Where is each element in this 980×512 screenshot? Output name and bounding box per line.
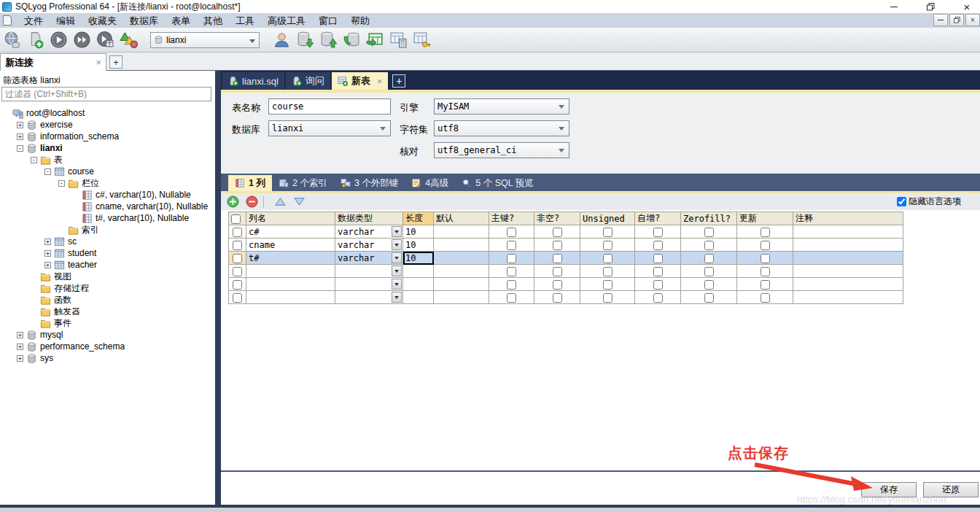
cell-default[interactable] — [434, 278, 489, 291]
hide-language-options-checkbox[interactable] — [897, 197, 906, 206]
flag-checkbox[interactable] — [553, 228, 562, 237]
import-external-data-icon[interactable] — [365, 30, 385, 50]
cell-comment[interactable] — [793, 278, 903, 291]
move-column-up-button[interactable] — [273, 195, 287, 209]
restore-database-icon[interactable] — [318, 30, 338, 50]
flag-checkbox[interactable] — [603, 228, 612, 237]
flag-checkbox[interactable] — [553, 254, 562, 263]
execute-query-icon[interactable] — [48, 30, 69, 50]
expand-icon[interactable]: + — [17, 122, 23, 128]
subtab-2[interactable]: 3 个外部键 — [334, 175, 405, 191]
tree-item[interactable]: +teacher — [0, 259, 215, 271]
tree-item[interactable]: +exercise — [0, 119, 215, 131]
type-dropdown-button[interactable] — [392, 252, 402, 263]
subtab-0[interactable]: 1 列 — [228, 175, 272, 191]
cell-data-type[interactable] — [335, 291, 403, 304]
expand-icon[interactable]: + — [17, 344, 23, 350]
flag-checkbox[interactable] — [603, 254, 612, 263]
flag-checkbox[interactable] — [704, 241, 714, 250]
tree-item[interactable]: 视图 — [0, 271, 215, 282]
cell-default[interactable] — [434, 252, 489, 265]
cell-column-name[interactable]: cname — [246, 238, 335, 252]
menu-item-9[interactable]: 帮助 — [344, 14, 376, 28]
cell-default[interactable] — [434, 225, 489, 238]
cell-default[interactable] — [434, 291, 489, 304]
type-dropdown-button[interactable] — [392, 279, 402, 290]
select-all-checkbox[interactable] — [231, 214, 241, 224]
row-select-checkbox[interactable] — [233, 267, 242, 276]
collapse-icon[interactable]: - — [31, 157, 37, 163]
menu-item-8[interactable]: 窗口 — [312, 14, 344, 28]
tree-item[interactable]: +sc — [0, 236, 215, 247]
flag-checkbox[interactable] — [507, 280, 516, 290]
flag-checkbox[interactable] — [507, 267, 516, 276]
tree-item[interactable]: 事件 — [0, 317, 215, 329]
cell-data-type[interactable]: varchar — [335, 252, 403, 265]
close-button[interactable]: × — [960, 1, 974, 12]
mdi-minimize-button[interactable] — [933, 14, 948, 26]
tree-item[interactable]: -表 — [0, 154, 215, 166]
collapse-icon[interactable]: - — [17, 145, 23, 152]
menu-item-2[interactable]: 收藏夹 — [82, 14, 123, 28]
panel-splitter[interactable] — [215, 71, 221, 505]
type-dropdown-button[interactable] — [392, 239, 402, 250]
cell-data-type[interactable] — [335, 278, 403, 291]
execute-to-table-icon[interactable] — [95, 30, 115, 50]
menu-item-4[interactable]: 表单 — [165, 14, 197, 28]
flag-checkbox[interactable] — [704, 254, 714, 263]
flag-checkbox[interactable] — [761, 228, 770, 237]
backup-database-icon[interactable] — [295, 30, 315, 50]
tree-item[interactable]: c#, varchar(10), Nullable — [0, 189, 215, 201]
collapse-icon[interactable]: - — [58, 180, 65, 187]
tree-item[interactable]: 存储过程 — [0, 282, 215, 294]
type-dropdown-button[interactable] — [392, 292, 402, 303]
cell-comment[interactable] — [793, 291, 903, 304]
column-header-9[interactable]: 更新 — [737, 212, 793, 225]
cell-comment[interactable] — [793, 238, 903, 252]
flag-checkbox[interactable] — [507, 228, 516, 237]
column-header-8[interactable]: Zerofill? — [681, 212, 737, 225]
tree-item[interactable]: +sys — [0, 352, 215, 364]
flag-checkbox[interactable] — [553, 241, 562, 250]
table-name-input[interactable] — [268, 98, 391, 115]
flag-checkbox[interactable] — [507, 293, 516, 303]
column-header-0[interactable]: 列名 — [246, 212, 335, 225]
flag-checkbox[interactable] — [704, 228, 714, 237]
tree-item[interactable]: 索引 — [0, 224, 215, 236]
column-header-2[interactable]: 长度 — [403, 212, 434, 225]
database-select[interactable]: lianxi — [268, 120, 391, 136]
subtab-3[interactable]: 4高级 — [405, 175, 455, 191]
column-header-10[interactable]: 注释 — [793, 212, 903, 225]
filter-input[interactable] — [1, 87, 211, 101]
cell-length[interactable]: 10 — [403, 252, 434, 265]
flag-checkbox[interactable] — [761, 280, 770, 290]
tree-item[interactable]: -栏位 — [0, 177, 215, 189]
database-dropdown[interactable]: lianxi — [150, 32, 260, 48]
execute-all-queries-icon[interactable] — [71, 30, 92, 50]
flag-checkbox[interactable] — [603, 293, 612, 303]
tree-item[interactable]: +mysql — [0, 329, 215, 341]
row-select-checkbox[interactable] — [233, 254, 242, 263]
flag-checkbox[interactable] — [603, 280, 612, 290]
row-select-checkbox[interactable] — [233, 228, 242, 237]
flag-checkbox[interactable] — [761, 241, 770, 250]
editor-tab-2[interactable]: 新表× — [332, 72, 389, 90]
flag-checkbox[interactable] — [603, 267, 612, 276]
expand-icon[interactable]: + — [17, 332, 23, 338]
column-header-3[interactable]: 默认 — [434, 212, 489, 225]
cell-data-type[interactable] — [335, 265, 403, 278]
new-query-editor-icon[interactable] — [25, 30, 45, 50]
flag-checkbox[interactable] — [653, 241, 663, 250]
cell-length[interactable] — [403, 278, 434, 291]
type-dropdown-button[interactable] — [392, 265, 402, 276]
expand-icon[interactable]: + — [44, 250, 51, 257]
flag-checkbox[interactable] — [653, 254, 663, 263]
flag-checkbox[interactable] — [704, 267, 714, 276]
menu-item-0[interactable]: 文件 — [18, 14, 50, 28]
column-header-6[interactable]: Unsigned — [580, 212, 635, 225]
tree-item[interactable]: 函数 — [0, 294, 215, 306]
expand-icon[interactable]: + — [17, 355, 23, 362]
connection-manager-icon[interactable] — [1, 30, 22, 50]
cell-default[interactable] — [434, 265, 489, 278]
flag-checkbox[interactable] — [553, 267, 562, 276]
